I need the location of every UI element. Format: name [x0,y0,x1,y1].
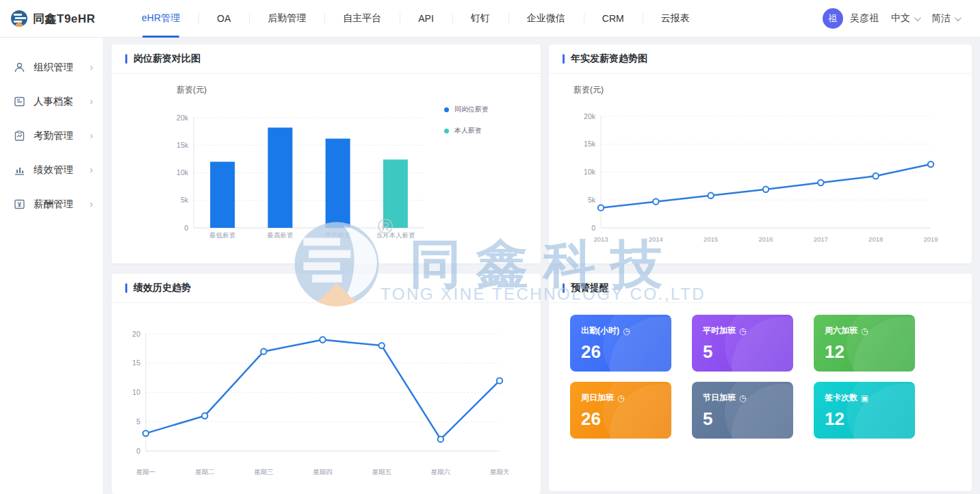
svg-text:2014: 2014 [649,235,663,243]
nav-item-7[interactable]: CRM [584,0,643,38]
svg-text:5: 5 [136,417,140,426]
sidebar-item-3[interactable]: 绩效管理› [0,153,103,187]
chevron-down-icon [914,14,921,21]
svg-text:5k: 5k [588,196,596,204]
panel-header: 预警提醒 [549,274,972,303]
alert-card-5[interactable]: 签卡次数▣12 [814,382,915,439]
line-chart[interactable]: 05k10k15k20k2013201420152016201720182019 [563,106,939,256]
svg-text:平均薪资: 平均薪资 [325,231,351,239]
card-label: 出勤(小时)◷ [581,325,671,337]
company-logo-icon [11,10,27,27]
card-value: 12 [825,341,915,363]
svg-text:20k: 20k [584,112,596,120]
legend-dot-icon [444,129,449,133]
card-label: 周六加班◷ [825,325,915,337]
svg-text:2016: 2016 [758,235,773,243]
bar-chart[interactable]: 05k10k15k20k最低薪资最高薪资平均薪资当月本人薪资 [159,106,431,266]
svg-text:最高薪资: 最高薪资 [266,231,293,239]
chart-legend: 同岗位薪资本人薪资 [444,105,489,135]
sidebar-item-0[interactable]: 组织管理› [0,50,103,84]
alert-card-2[interactable]: 周六加班◷12 [814,315,915,372]
svg-text:10k: 10k [177,168,189,177]
nav-item-2[interactable]: 后勤管理 [249,0,324,38]
svg-text:0: 0 [591,224,595,232]
org-icon [14,62,25,73]
card-value: 5 [703,408,793,430]
sidebar-item-1[interactable]: 人事档案› [0,84,103,118]
legend-entry-0[interactable]: 同岗位薪资 [444,105,489,114]
sidebar-item-label: 薪酬管理 [34,198,90,211]
svg-text:20k: 20k [177,114,189,122]
card-label: 平时加班◷ [703,325,793,337]
archive-icon [14,96,25,107]
title-accent-bar [125,283,127,293]
svg-text:最低薪资: 最低薪资 [209,231,235,239]
chevron-right-icon: › [90,130,93,141]
y-axis-label: 薪资(元) [177,84,207,96]
alert-card-0[interactable]: 出勤(小时)◷26 [570,315,671,372]
title-accent-bar [125,54,127,64]
svg-text:2019: 2019 [923,235,938,243]
sidebar-item-4[interactable]: 薪酬管理› [0,187,103,221]
panel-title: 岗位薪资对比图 [133,53,201,65]
performance-icon [14,164,25,176]
svg-text:0: 0 [184,224,188,232]
nav-item-6[interactable]: 企业微信 [508,0,584,38]
panel-title: 绩效历史趋势 [133,282,191,294]
panel-header: 绩效历史趋势 [112,274,541,303]
card-label: 签卡次数▣ [825,392,915,404]
card-value: 12 [825,408,915,430]
svg-text:星期一: 星期一 [136,468,156,476]
theme-dropdown[interactable]: 简洁 [931,12,959,25]
alert-card-3[interactable]: 周日加班◷26 [570,382,671,439]
line-chart[interactable]: 05101520星期一星期二星期三星期四星期五星期六星期天 [118,311,510,492]
language-label: 中文 [891,12,910,25]
clock-icon: ◷ [861,326,868,336]
sidebar-item-2[interactable]: 考勤管理› [0,118,103,153]
card-value: 26 [581,341,671,363]
sidebar-item-label: 组织管理 [34,61,90,74]
nav-item-4[interactable]: API [400,0,452,38]
panel-annual-salary-trend: 年实发薪资趋势图 薪资(元) 05k10k15k20k2013201420152… [549,44,972,263]
app-brand[interactable]: 同鑫T9eHR [0,10,123,27]
legend-entry-1[interactable]: 本人薪资 [444,126,489,135]
svg-text:2017: 2017 [814,235,828,243]
nav-item-1[interactable]: OA [198,0,249,38]
svg-text:2018: 2018 [868,235,883,243]
salary-icon [14,198,25,210]
nav-item-5[interactable]: 钉钉 [452,0,508,38]
svg-text:10k: 10k [584,168,596,176]
nav-item-3[interactable]: 自主平台 [324,0,400,38]
chevron-right-icon: › [90,96,93,107]
avatar[interactable]: 祖 [823,8,843,29]
clock-icon: ◷ [739,326,746,336]
title-accent-bar [563,283,565,293]
svg-text:10: 10 [132,388,140,396]
theme-label: 简洁 [931,12,951,25]
alert-cards-grid: 出勤(小时)◷26平时加班◷5周六加班◷12周日加班◷26节日加班◷5签卡次数▣… [570,315,915,439]
sidebar-item-label: 人事档案 [34,95,90,108]
panel-position-salary-comparison: 岗位薪资对比图 薪资(元) 05k10k15k20k最低薪资最高薪资平均薪资当月… [112,44,541,263]
alert-card-4[interactable]: 节日加班◷5 [692,382,793,439]
chevron-right-icon: › [90,198,93,209]
legend-dot-icon [444,107,449,112]
title-accent-bar [563,54,565,64]
card-value: 5 [703,341,793,363]
user-name[interactable]: 吴彦祖 [850,12,879,25]
card-label: 节日加班◷ [703,392,793,404]
nav-item-8[interactable]: 云报表 [643,0,708,38]
svg-text:5k: 5k [181,196,189,204]
y-axis-label: 薪资(元) [573,84,604,96]
svg-text:15k: 15k [584,140,596,148]
topbar-user-area: 祖 吴彦祖 中文 简洁 [823,8,980,29]
top-navigation-bar: 同鑫T9eHR eHR管理OA后勤管理自主平台API钉钉企业微信CRM云报表 祖… [0,0,980,38]
svg-text:0: 0 [136,447,140,455]
language-dropdown[interactable]: 中文 [891,12,919,25]
clock-icon: ◷ [739,393,746,403]
svg-text:星期六: 星期六 [431,468,451,476]
sidebar: 组织管理›人事档案›考勤管理›绩效管理›薪酬管理› [0,38,103,494]
svg-text:2015: 2015 [704,235,718,243]
card-label: 周日加班◷ [581,392,671,404]
nav-item-0[interactable]: eHR管理 [123,0,198,38]
alert-card-1[interactable]: 平时加班◷5 [692,315,793,372]
